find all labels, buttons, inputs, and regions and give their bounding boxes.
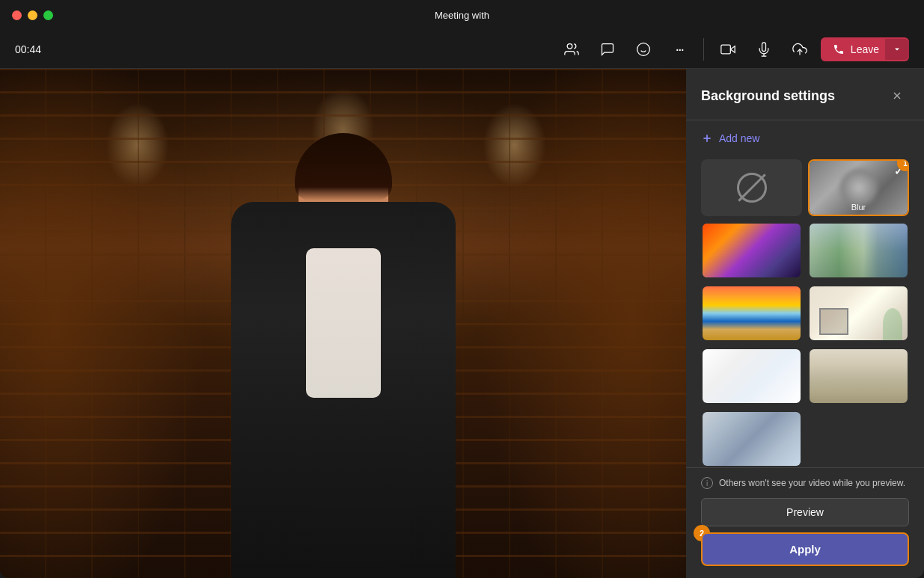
minimize-traffic-light[interactable]: [28, 10, 37, 20]
background-none-option[interactable]: [701, 159, 802, 216]
info-icon: i: [701, 477, 713, 489]
traffic-lights: [12, 10, 53, 20]
reactions-button[interactable]: [628, 34, 658, 64]
more-button[interactable]: ···: [664, 34, 694, 64]
bg-thumb-2: [810, 224, 908, 277]
bg-thumb-4: [810, 286, 908, 340]
background-option-7[interactable]: [808, 348, 909, 405]
leave-label: Leave: [851, 43, 879, 55]
background-option-1[interactable]: [701, 222, 802, 279]
person-shirt: [306, 248, 381, 398]
close-panel-button[interactable]: [885, 84, 909, 108]
background-blur-option[interactable]: 1 ✓ Blur: [808, 159, 909, 216]
bg-thumb-3: [703, 286, 801, 340]
close-traffic-light[interactable]: [12, 10, 22, 20]
meeting-bar: 00:44 ···: [0, 30, 924, 69]
add-new-button[interactable]: Add new: [701, 129, 759, 147]
apply-button[interactable]: Apply: [701, 532, 909, 566]
svg-marker-4: [730, 46, 735, 52]
blur-circle: [840, 169, 878, 206]
window-title: Meeting with: [435, 10, 489, 21]
background-option-4[interactable]: [808, 285, 909, 342]
background-option-5[interactable]: [701, 348, 802, 405]
leave-chevron[interactable]: [885, 39, 909, 60]
panel-header: Background settings: [686, 69, 924, 120]
background-option-2[interactable]: [808, 222, 909, 279]
camera-button[interactable]: [713, 34, 743, 64]
bg-thumb-5: [703, 349, 801, 403]
video-area: [0, 69, 686, 578]
svg-rect-5: [721, 45, 731, 54]
bg-thumb-7: [810, 349, 908, 403]
main-content: Background settings Add new: [0, 69, 924, 578]
chat-button[interactable]: [593, 34, 622, 64]
blur-label: Blur: [810, 203, 908, 212]
background-option-8[interactable]: [701, 411, 802, 467]
panel-footer: i Others won't see your video while you …: [686, 467, 924, 578]
info-row: i Others won't see your video while you …: [701, 477, 909, 489]
background-grid: 1 ✓ Blur: [701, 159, 909, 467]
panel-content: Add new 1: [686, 120, 924, 467]
meeting-controls: ··· Leav: [557, 34, 909, 64]
apply-label: Apply: [789, 543, 821, 556]
preview-label: Preview: [786, 506, 824, 518]
info-text: Others won't see your video while you pr…: [719, 478, 905, 488]
add-new-label: Add new: [719, 132, 759, 144]
leave-button[interactable]: Leave: [821, 37, 909, 61]
no-background-icon: [737, 173, 767, 203]
bg-thumb-8: [703, 412, 801, 466]
controls-divider: [703, 38, 704, 61]
svg-point-0: [567, 43, 572, 49]
share-button[interactable]: [785, 34, 815, 64]
background-option-3[interactable]: [701, 285, 802, 342]
bg-thumb-1: [703, 224, 801, 277]
maximize-traffic-light[interactable]: [43, 10, 53, 20]
title-bar: Meeting with: [0, 0, 924, 30]
apply-button-wrapper: 2 Apply: [701, 532, 909, 566]
people-button[interactable]: [557, 34, 587, 64]
none-icon-container: [703, 161, 801, 215]
person-figure: [201, 120, 486, 578]
blur-badge-number: 1: [903, 159, 908, 167]
meeting-timer: 00:44: [15, 43, 41, 55]
mic-button[interactable]: [749, 34, 779, 64]
background-panel: Background settings Add new: [686, 69, 924, 578]
person-hair: [295, 133, 392, 200]
svg-point-1: [637, 43, 650, 55]
preview-button[interactable]: Preview: [701, 498, 909, 526]
panel-title: Background settings: [701, 88, 835, 104]
